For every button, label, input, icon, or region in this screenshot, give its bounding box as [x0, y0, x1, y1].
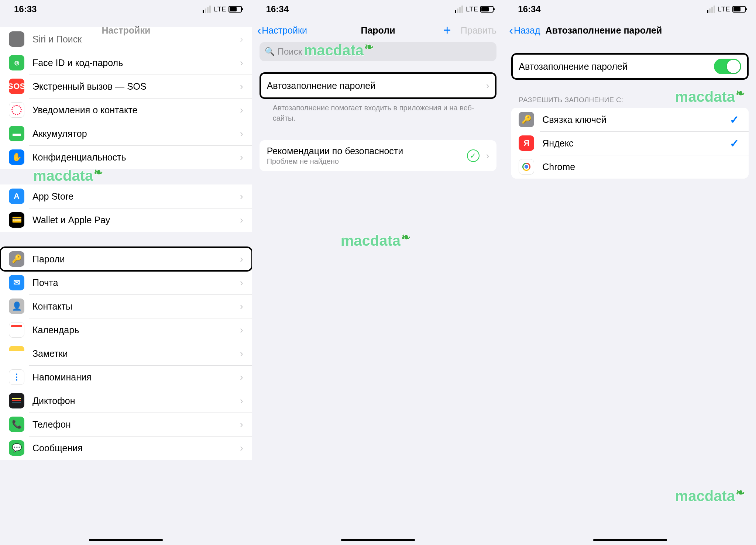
chevron-left-icon: ‹	[257, 24, 261, 36]
nav-actions: + Править	[443, 24, 497, 37]
watermark: macdata❧	[33, 168, 103, 184]
row-yandex[interactable]: ЯЯндекс✓	[511, 131, 749, 155]
notes-icon	[9, 346, 24, 361]
nav-bar: ‹ Настройки Пароли + Править	[252, 18, 504, 42]
search-placeholder: Поиск	[278, 46, 302, 57]
exposure-icon	[9, 102, 24, 118]
row-label: Пароли	[32, 254, 237, 265]
chevron-right-icon: ›	[240, 57, 243, 69]
section-header: РАЗРЕШИТЬ ЗАПОЛНЕНИЕ С:	[504, 93, 756, 108]
chevron-right-icon: ›	[240, 81, 243, 92]
search-icon: 🔍	[265, 47, 275, 56]
page-title: Пароли	[361, 25, 395, 36]
row-wallet[interactable]: 💳Wallet и Apple Pay›	[0, 208, 252, 232]
messages-icon: 💬	[9, 440, 24, 456]
home-indicator[interactable]	[89, 539, 163, 541]
home-indicator[interactable]	[341, 539, 415, 541]
settings-list[interactable]: Siri и Поиск›⌾Face ID и код-пароль›SOSЭк…	[0, 27, 252, 169]
page-title: Автозаполнение паролей	[546, 25, 662, 36]
row-privacy[interactable]: ✋Конфиденциальность›	[0, 145, 252, 169]
chevron-right-icon: ›	[486, 80, 489, 92]
row-voicememos[interactable]: Диктофон›	[0, 389, 252, 413]
autofill-toggle-row[interactable]: Автозаполнение паролей	[511, 53, 749, 80]
toggle-group: Автозаполнение паролей	[511, 53, 749, 80]
row-label: Рекомендации по безопасности	[267, 146, 467, 156]
row-calendar[interactable]: Календарь›	[0, 318, 252, 342]
back-label: Настройки	[262, 25, 307, 36]
sos-icon: SOS	[9, 79, 24, 94]
row-chrome[interactable]: Chrome	[511, 155, 749, 179]
network-label: LTE	[214, 6, 226, 13]
row-label: Напоминания	[32, 372, 237, 383]
chevron-right-icon: ›	[240, 214, 243, 226]
row-sos[interactable]: SOSЭкстренный вызов — SOS›	[0, 75, 252, 98]
chevron-right-icon: ›	[240, 191, 243, 202]
faceid-icon: ⌾	[9, 55, 24, 70]
autofill-passwords-row[interactable]: Автозаполнение паролей ›	[260, 72, 497, 99]
home-indicator[interactable]	[593, 539, 667, 541]
row-label: App Store	[32, 191, 237, 202]
row-label: Заметки	[32, 348, 237, 359]
row-notes[interactable]: Заметки›	[0, 342, 252, 365]
settings-list[interactable]: 🔑Пароли›✉Почта›👤Контакты›Календарь›Замет…	[0, 247, 252, 460]
row-keychain[interactable]: 🔑Связка ключей✓	[511, 108, 749, 131]
reminders-icon	[9, 369, 24, 385]
row-label: Автозаполнение паролей	[267, 80, 483, 91]
row-subtitle: Проблем не найдено	[267, 157, 467, 166]
security-recommendations-row[interactable]: Рекомендации по безопасности Проблем не …	[260, 140, 497, 171]
row-contacts[interactable]: 👤Контакты›	[0, 294, 252, 318]
battery-icon: ▬	[9, 126, 24, 141]
checkmark-icon: ✓	[730, 113, 739, 126]
signal-icon	[455, 6, 463, 13]
battery-icon	[732, 6, 746, 13]
screen-autofill: 16:34 LTE ‹ Назад Автозаполнение паролей…	[504, 0, 756, 545]
calendar-icon	[9, 322, 24, 338]
chevron-right-icon: ›	[240, 395, 243, 407]
status-time: 16:33	[14, 4, 37, 14]
row-mail[interactable]: ✉Почта›	[0, 271, 252, 294]
row-faceid[interactable]: ⌾Face ID и код-пароль›	[0, 51, 252, 75]
back-button[interactable]: ‹ Настройки	[257, 24, 307, 36]
status-bar: 16:33 LTE	[0, 0, 252, 18]
chevron-right-icon: ›	[240, 128, 243, 139]
row-messages[interactable]: 💬Сообщения›	[0, 436, 252, 460]
phone-icon: 📞	[9, 417, 24, 432]
add-button[interactable]: +	[443, 24, 451, 37]
watermark: macdata❧	[675, 488, 745, 504]
back-button[interactable]: ‹ Назад	[509, 24, 540, 36]
settings-list[interactable]: AApp Store›💳Wallet и Apple Pay›	[0, 184, 252, 232]
chevron-right-icon: ›	[240, 419, 243, 430]
chevron-left-icon: ‹	[509, 24, 513, 36]
row-phone[interactable]: 📞Телефон›	[0, 413, 252, 436]
security-group: Рекомендации по безопасности Проблем не …	[260, 140, 497, 171]
chevron-right-icon: ›	[240, 152, 243, 163]
toggle-switch[interactable]	[714, 59, 741, 74]
row-label: Аккумулятор	[32, 128, 237, 139]
row-exposure[interactable]: Уведомления о контакте›	[0, 98, 252, 122]
status-time: 16:34	[518, 4, 540, 14]
network-label: LTE	[466, 6, 478, 13]
row-siri[interactable]: Siri и Поиск›	[0, 27, 252, 51]
row-label: Экстренный вызов — SOS	[32, 81, 237, 92]
chevron-right-icon: ›	[240, 253, 243, 265]
row-appstore[interactable]: AApp Store›	[0, 184, 252, 208]
search-input[interactable]: 🔍 Поиск macdata❧	[260, 42, 497, 61]
edit-button[interactable]: Править	[461, 25, 497, 36]
row-passwords[interactable]: 🔑Пароли›	[0, 247, 252, 271]
battery-icon	[228, 6, 242, 13]
chevron-right-icon: ›	[240, 442, 243, 454]
row-label: Почта	[32, 277, 237, 288]
chevron-right-icon: ›	[486, 150, 489, 162]
row-battery[interactable]: ▬Аккумулятор›	[0, 122, 252, 145]
screen-passwords: 16:34 LTE ‹ Настройки Пароли + Править 🔍…	[252, 0, 504, 545]
row-label: Уведомления о контакте	[32, 105, 237, 115]
status-time: 16:34	[266, 4, 289, 14]
passwords-icon: 🔑	[9, 251, 24, 267]
siri-icon	[9, 31, 24, 47]
chevron-right-icon: ›	[240, 277, 243, 289]
row-reminders[interactable]: Напоминания›	[0, 365, 252, 389]
status-indicators: LTE	[455, 6, 494, 13]
chrome-icon	[519, 159, 534, 175]
watermark: macdata❧	[341, 232, 410, 249]
group-footer: Автозаполнение помогает входить в прилож…	[260, 99, 497, 123]
